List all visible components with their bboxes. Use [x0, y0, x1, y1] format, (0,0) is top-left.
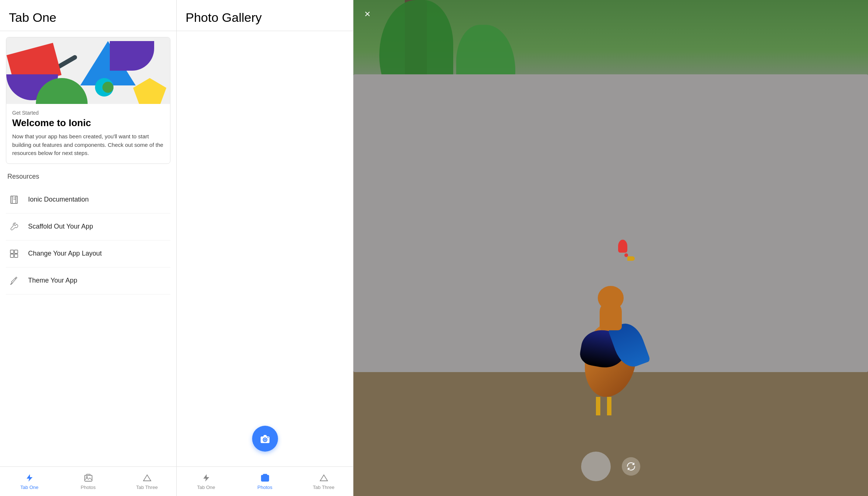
svg-point-14 [264, 439, 266, 441]
photos-icon [83, 473, 94, 483]
tab-2-label-three: Tab Three [313, 485, 334, 490]
close-button[interactable]: × [359, 6, 376, 22]
welcome-card: Get Started Welcome to Ionic Now that yo… [6, 37, 170, 164]
rooster-leg-1 [596, 397, 600, 415]
svg-marker-16 [203, 474, 209, 482]
welcome-card-subtitle: Get Started [12, 110, 164, 116]
svg-rect-5 [14, 250, 18, 253]
svg-rect-19 [263, 474, 267, 475]
panel-1-header: Tab One [0, 0, 176, 31]
flip-camera-button[interactable] [622, 457, 640, 476]
tab-1-label-photos: Photos [81, 485, 95, 490]
svg-rect-4 [10, 250, 14, 253]
green-oval-shape [102, 82, 113, 93]
resource-item-scaffold[interactable]: Scaffold Out Your App [6, 213, 170, 240]
welcome-card-body: Get Started Welcome to Ionic Now that yo… [6, 104, 170, 163]
svg-point-15 [267, 437, 268, 438]
rooster-body [585, 323, 637, 397]
tab-2-photos[interactable]: Photos [235, 467, 294, 496]
grid-icon [7, 247, 21, 260]
rooster-head [598, 286, 624, 310]
rooster-leg-2 [607, 397, 611, 415]
svg-rect-11 [87, 474, 90, 475]
wrench-icon [7, 220, 21, 233]
flash-icon-2 [201, 473, 211, 483]
rooster-beak [627, 256, 635, 261]
tab-2-tab-one[interactable]: Tab One [177, 467, 235, 496]
svg-rect-7 [14, 254, 18, 257]
panel-camera: × [353, 0, 868, 496]
tab-1-tab-three[interactable]: Tab Three [118, 467, 176, 496]
tab-1-photos[interactable]: Photos [59, 467, 118, 496]
welcome-card-description: Now that your app has been created, you'… [12, 132, 164, 158]
svg-rect-17 [261, 475, 269, 481]
tab-bar-2: Tab One Photos Tab Three [177, 466, 353, 496]
welcome-card-image [6, 37, 170, 104]
tab-1-tab-one[interactable]: Tab One [0, 467, 59, 496]
svg-rect-6 [10, 254, 14, 257]
resource-label-docs: Ionic Documentation [28, 196, 89, 203]
paint-icon [7, 274, 21, 287]
shutter-button[interactable] [581, 452, 611, 481]
resource-label-layout: Change Your App Layout [28, 250, 102, 257]
svg-rect-1 [12, 196, 17, 203]
tab-2-label-one: Tab One [197, 485, 215, 490]
rooster [585, 323, 637, 397]
rooster-comb [618, 240, 627, 253]
camera-view: × [353, 0, 868, 496]
tab-2-tab-three[interactable]: Tab Three [294, 467, 353, 496]
tab-bar-1: Tab One Photos Tab Three [0, 466, 176, 496]
svg-rect-9 [85, 475, 92, 481]
panel-tab-one: Tab One Get Started Welcome to Ionic Now… [0, 0, 177, 496]
tab-1-label-three: Tab Three [136, 485, 157, 490]
camera-fab-button[interactable] [252, 426, 278, 452]
close-icon: × [365, 8, 370, 20]
resource-item-docs[interactable]: Ionic Documentation [6, 186, 170, 213]
resource-label-theme: Theme Your App [28, 277, 77, 284]
photos-icon-2 [260, 473, 270, 483]
tab-1-label-one: Tab One [20, 485, 38, 490]
triangle-icon [142, 473, 152, 483]
purple-rect-shape [110, 41, 154, 71]
resource-item-layout[interactable]: Change Your App Layout [6, 240, 170, 267]
svg-marker-8 [27, 474, 33, 482]
resources-title: Resources [6, 173, 170, 180]
panel-1-content: Get Started Welcome to Ionic Now that yo… [0, 31, 176, 466]
triangle-icon-2 [319, 473, 329, 483]
svg-rect-0 [11, 196, 16, 203]
tab-2-label-photos: Photos [257, 485, 272, 490]
panel-2-header: Photo Gallery [177, 0, 353, 31]
resource-label-scaffold: Scaffold Out Your App [28, 223, 93, 230]
yellow-pentagon-shape [133, 78, 166, 104]
gallery-content [177, 31, 353, 466]
book-icon [7, 193, 21, 206]
camera-controls [353, 452, 868, 481]
flash-icon [24, 473, 35, 483]
resource-item-theme[interactable]: Theme Your App [6, 267, 170, 294]
welcome-card-title: Welcome to Ionic [12, 117, 164, 129]
panel-photo-gallery: Photo Gallery Tab One [177, 0, 353, 496]
